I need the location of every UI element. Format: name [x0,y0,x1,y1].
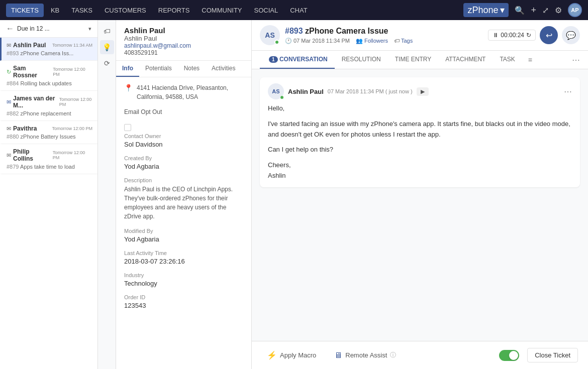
message-online-indicator [280,95,284,99]
industry-value: Technology [124,280,243,287]
brand-selector[interactable]: zPhone ▾ [463,3,509,17]
timer-value: 00:00:24 [501,32,524,39]
sidebar-filter-chevron-icon[interactable]: ▾ [88,26,91,32]
email-opt-out-row: Email Opt Out [124,108,243,117]
created-by-label: Created By [124,155,243,161]
ticket-time: Tomorrow 12:00 PM [53,150,92,160]
ticket-followers[interactable]: 👥 Followers [356,38,388,44]
ticket-subject: #882 zPhone replacement [7,110,92,116]
icon-panel: 🏷 💡 ⟳ [98,20,116,369]
tab-potentials[interactable]: Potentials [139,61,178,77]
tab-time-entry[interactable]: TIME ENTRY [388,51,438,69]
message-button[interactable]: 💬 [562,26,580,44]
remote-icon: 🖥 [334,351,342,360]
tab-conversation-label: CONVERSATION [279,56,328,63]
nav-item-reports[interactable]: REPORTS [153,4,195,17]
last-activity-row: Last Activity Time 2018-03-07 23:26:16 [124,250,243,265]
tab-attachment[interactable]: ATTACHMENT [438,51,493,69]
contact-tabs: Info Potentials Notes Activities [116,61,251,77]
remote-assist-button[interactable]: 🖥 Remote Assist ⓘ [329,348,401,363]
msg-line-4: Cheers, [268,160,572,171]
created-by-row: Created By Yod Agbaria [124,155,243,170]
ticket-item[interactable]: ✉ James van der M... Tomorrow 12:00 PM #… [0,91,97,121]
ticket-id-title: #893 zPhone Camera Issue [285,27,483,36]
mail-icon: ✉ [7,42,11,49]
ticket-main-area: AS #893 zPhone Camera Issue 🕐 07 Mar 201… [252,20,588,369]
avatar-online-indicator [274,40,279,45]
description-row: Description Ashlin Paul is the CEO of Li… [124,177,243,221]
avatar[interactable]: AP [568,3,582,17]
tab-more-icon[interactable]: ≡ [525,56,535,64]
tab-conversation[interactable]: 1 CONVERSATION [260,51,335,69]
order-id-label: Order ID [124,294,243,300]
ticket-item[interactable]: ✉ Philip Collins Tomorrow 12:00 PM #879 … [0,144,97,174]
bulb-icon-panel-btn[interactable]: 💡 [100,40,114,54]
ticket-toggle-area [499,350,519,361]
email-opt-out-checkbox[interactable] [124,124,131,131]
ticket-footer: ⚡ Apply Macro 🖥 Remote Assist ⓘ Close Ti… [252,341,588,369]
contact-panel: Ashlin Paul Ashlin Paul ashlinpaul.w@gma… [116,20,252,369]
modified-by-label: Modified By [124,228,243,234]
message-bubble: AS Ashlin Paul 07 Mar 2018 11:34 PM ( ju… [260,77,580,187]
nav-item-kb[interactable]: KB [46,4,64,17]
ticket-status-toggle[interactable] [499,350,519,361]
message-expand-button[interactable]: ▶ [417,87,429,96]
nav-item-tasks[interactable]: TASKS [66,4,97,17]
ticket-title-text: zPhone Camera Issue [305,27,388,35]
tab-task[interactable]: TASK [493,51,522,69]
modified-by-row: Modified By Yod Agbaria [124,228,243,243]
back-button[interactable]: ← [6,24,14,33]
ticket-date: 🕐 07 Mar 2018 11:34 PM [285,38,350,44]
ticket-header: AS #893 zPhone Camera Issue 🕐 07 Mar 201… [252,20,588,51]
tag-icon-panel-btn[interactable]: 🏷 [100,24,114,38]
order-id-row: Order ID 123543 [124,294,243,309]
last-activity-value: 2018-03-07 23:26:16 [124,258,243,265]
nav-item-tickets[interactable]: TICKETS [6,4,44,17]
nav-item-community[interactable]: COMMUNITY [197,4,247,17]
reply-button[interactable]: ↩ [540,26,558,44]
message-header: AS Ashlin Paul 07 Mar 2018 11:34 PM ( ju… [268,83,572,99]
ticket-contact-name: Sam Rossner [13,65,51,79]
contact-phone: 4083529191 [124,49,243,56]
ticket-subject-text: Apps take time to load [20,164,75,170]
refresh-timer-icon[interactable]: ↻ [526,32,531,39]
settings-icon[interactable]: ⚙ [555,6,562,15]
tab-notes[interactable]: Notes [178,61,206,77]
contact-owner-value: Sol Davidson [124,141,243,148]
ticket-tags[interactable]: 🏷 Tags [394,38,413,44]
tab-activities[interactable]: Activities [206,61,241,77]
ticket-subject: #879 Apps take time to load [7,164,92,170]
nav-item-chat[interactable]: CHAT [285,4,312,17]
external-link-icon[interactable]: ⤢ [542,6,549,15]
message-options-icon[interactable]: ⋯ [564,87,572,96]
ticket-item[interactable]: ✉ Pavithra Tomorrow 12:00 PM #880 zPhone… [0,121,97,144]
location-icon: 📍 [124,84,133,101]
message-avatar: AS [268,83,284,99]
tab-options-icon[interactable]: ⋯ [572,55,580,65]
nav-item-customers[interactable]: CUSTOMERS [100,4,151,17]
ticket-item[interactable]: ✉ Ashlin Paul Tomorrow 11:34 AM #893 zPh… [0,38,97,61]
ticket-subject: #884 Rolling back updates [7,80,92,86]
ticket-subject-text: zPhone Camera Iss... [21,50,74,56]
pause-icon[interactable]: ⏸ [493,32,499,39]
apply-macro-button[interactable]: ⚡ Apply Macro [262,347,321,363]
ticket-id: #893 [285,27,303,35]
close-ticket-button[interactable]: Close Ticket [527,348,578,362]
search-icon[interactable]: 🔍 [515,6,525,15]
timer-badge: ⏸ 00:00:24 ↻ [488,30,536,41]
add-icon[interactable]: + [531,5,536,16]
ticket-item[interactable]: ↻ Sam Rossner Tomorrow 12:00 PM #884 Rol… [0,61,97,91]
mail-icon: ✉ [7,126,11,132]
message-avatar-initials: AS [272,88,279,94]
ticket-time: Tomorrow 12:00 PM [59,97,92,107]
tab-info[interactable]: Info [116,61,139,77]
ticket-number: #882 [7,110,19,116]
brand-chevron-icon: ▾ [500,5,505,16]
history-icon-panel-btn[interactable]: ⟳ [100,56,114,70]
due-label: Due in 12 ... [17,25,85,32]
nav-item-social[interactable]: SOCIAL [249,4,283,17]
message-time: 07 Mar 2018 11:34 PM ( just now ) [328,88,413,94]
tab-conversation-badge: 1 [269,56,278,63]
brand-label: zPhone [467,5,498,16]
tab-resolution[interactable]: RESOLUTION [335,51,388,69]
